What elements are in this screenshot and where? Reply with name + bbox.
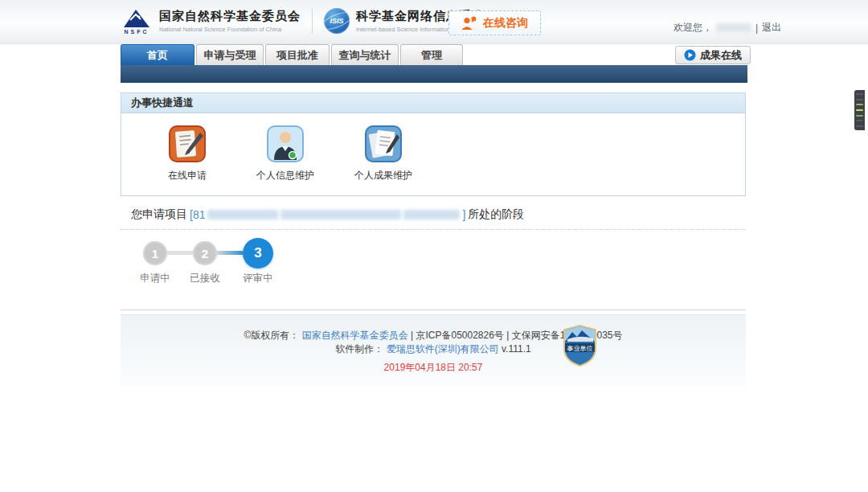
- copyright-line: ©版权所有： 国家自然科学基金委员会 | 京ICP备05002826号 | 文保…: [121, 315, 746, 342]
- footer-divider: [121, 310, 746, 310]
- logo-divider: [312, 8, 313, 34]
- project-stage-title: 您申请项目 [81 ] 所处的阶段: [131, 207, 524, 222]
- online-consult-button[interactable]: 在线咨询: [448, 10, 541, 35]
- step-2-label: 已接收: [184, 272, 226, 285]
- step-connector-2: [217, 251, 243, 255]
- quick-channel-title: 办事快捷通道: [121, 93, 745, 113]
- step-3-label: 评审中: [237, 272, 279, 285]
- personal-info-icon: [266, 125, 305, 163]
- consult-person-icon: [461, 15, 477, 31]
- nsfc-acronym: NSFC: [124, 29, 149, 35]
- stage-bracket-open: [81: [190, 208, 205, 221]
- quick-item-label: 在线申请: [168, 169, 207, 182]
- page-header: NSFC 国家自然科学基金委员会 National Natural Scienc…: [0, 0, 868, 44]
- widget-stripe: [856, 109, 863, 111]
- widget-stripe: [856, 99, 863, 100]
- quick-item-personal-results[interactable]: 个人成果维护: [346, 125, 420, 182]
- software-version: v.111.1: [502, 343, 531, 355]
- nsfc-title: 国家自然科学基金委员会: [159, 9, 301, 24]
- widget-stripe: [856, 93, 863, 95]
- quick-item-label: 个人成果维护: [354, 169, 412, 182]
- stage-suffix: 所处的阶段: [468, 207, 524, 222]
- copyright-label: ©版权所有：: [244, 330, 299, 341]
- welcome-separator: |: [755, 23, 758, 34]
- nsfc-logo-text: 国家自然科学基金委员会 National Natural Science Fou…: [159, 9, 301, 33]
- footer-separator: |: [411, 330, 413, 341]
- nsfc-subtitle: National Natural Science Foundation of C…: [159, 26, 301, 33]
- redacted-username: [716, 23, 751, 32]
- tab-query-statistics[interactable]: 查询与统计: [331, 44, 399, 65]
- stage-prefix: 您申请项目: [131, 207, 187, 222]
- stage-bracket-close: ]: [462, 208, 465, 221]
- step-connector-1: [167, 251, 193, 255]
- quick-channel-panel: 办事快捷通道 在线申请: [121, 92, 746, 196]
- software-label: 软件制作：: [335, 343, 383, 355]
- widget-stripe: [856, 104, 863, 105]
- results-online-label: 成果在线: [700, 48, 742, 63]
- nsfc-logo: NSFC: [121, 7, 153, 35]
- footer-separator: |: [506, 330, 509, 341]
- online-apply-icon: [168, 125, 207, 163]
- isis-acronym: ISIS: [330, 17, 343, 25]
- badge-text: 事业单位: [567, 345, 593, 352]
- edge-toolbar-widget[interactable]: [854, 90, 865, 130]
- public-institution-badge: 事业单位: [561, 324, 599, 370]
- results-online-button[interactable]: 成果在线: [675, 46, 751, 64]
- welcome-text: 欢迎您，: [674, 21, 712, 35]
- quick-channel-body: 在线申请 个人信息维护: [121, 113, 745, 195]
- widget-stripe: [856, 115, 863, 117]
- quick-item-personal-info[interactable]: 个人信息维护: [248, 125, 322, 182]
- software-vendor-link[interactable]: 爱瑞思软件(深圳)有限公司: [387, 343, 499, 355]
- step-2-circle: 2: [193, 241, 217, 265]
- redacted-project-number: [207, 210, 278, 219]
- progress-steps: 1 2 3 申请中 已接收 评审中: [143, 238, 288, 280]
- step-3-circle-active: 3: [243, 238, 273, 269]
- tab-project-approval[interactable]: 项目批准: [265, 44, 330, 65]
- widget-stripe: [856, 125, 863, 127]
- isis-home-page: NSFC 国家自然科学基金委员会 National Natural Scienc…: [0, 0, 868, 492]
- dotted-separator: [121, 229, 746, 230]
- isis-globe-icon: ISIS: [324, 8, 350, 34]
- tab-management[interactable]: 管理: [400, 44, 463, 65]
- welcome-area: 欢迎您， | 退出: [674, 21, 781, 35]
- step-1-label: 申请中: [134, 272, 176, 285]
- redacted-project-extra: [403, 210, 460, 219]
- arrow-circle-icon: [684, 49, 696, 61]
- icp-record: 京ICP备05002826号: [416, 330, 503, 341]
- secondary-nav-bar: [121, 65, 747, 83]
- step-1-circle: 1: [143, 241, 167, 265]
- software-line: 软件制作： 爱瑞思软件(深圳)有限公司 v.111.1: [121, 342, 746, 356]
- tab-application-acceptance[interactable]: 申请与受理: [196, 44, 264, 65]
- page-footer: ©版权所有： 国家自然科学基金委员会 | 京ICP备05002826号 | 文保…: [121, 314, 746, 387]
- personal-results-icon: [364, 125, 403, 163]
- redacted-project-name: [280, 210, 401, 219]
- main-nav: 首页 申请与受理 项目批准 查询与统计 管理: [121, 44, 465, 65]
- nsfc-footer-link[interactable]: 国家自然科学基金委员会: [302, 330, 408, 341]
- consult-label: 在线咨询: [483, 16, 528, 31]
- footer-datetime: 2019年04月18日 20:57: [121, 361, 746, 375]
- tab-home[interactable]: 首页: [121, 44, 194, 65]
- quick-item-label: 个人信息维护: [256, 169, 314, 182]
- shield-badge-icon: 事业单位: [561, 324, 599, 367]
- nsfc-mountain-icon: [122, 7, 151, 28]
- logo-row: NSFC 国家自然科学基金委员会 National Natural Scienc…: [121, 7, 485, 35]
- quick-item-online-apply[interactable]: 在线申请: [150, 125, 224, 182]
- widget-stripe: [856, 120, 863, 121]
- logout-link[interactable]: 退出: [762, 21, 781, 35]
